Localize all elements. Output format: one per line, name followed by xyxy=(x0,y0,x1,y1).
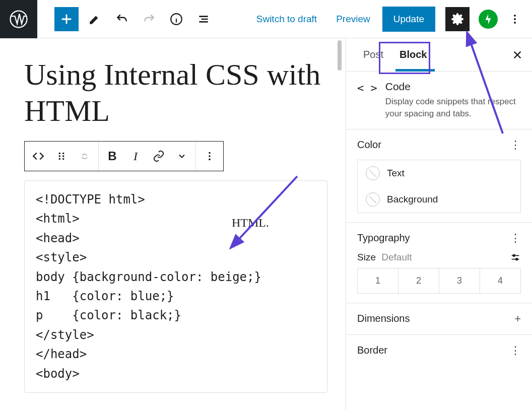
bold-button[interactable]: B xyxy=(104,148,121,165)
tab-block[interactable]: Block xyxy=(391,38,435,71)
svg-point-2 xyxy=(514,15,516,17)
size-presets: 1 2 3 4 xyxy=(357,268,521,294)
code-block-icon[interactable] xyxy=(30,148,47,165)
typography-title: Typography xyxy=(357,232,410,244)
italic-button[interactable]: I xyxy=(127,148,144,165)
text-swatch xyxy=(366,166,380,180)
svg-point-14 xyxy=(513,254,515,256)
svg-point-9 xyxy=(59,158,61,160)
redo-icon[interactable] xyxy=(138,8,160,30)
bg-swatch xyxy=(366,192,380,207)
move-up-down[interactable]: ︿﹀ xyxy=(76,148,93,165)
svg-point-4 xyxy=(514,22,516,24)
update-button[interactable]: Update xyxy=(382,7,435,32)
drag-handle-icon[interactable] xyxy=(53,148,70,165)
svg-point-10 xyxy=(62,158,64,160)
chevron-down-icon[interactable] xyxy=(173,148,190,165)
pencil-icon[interactable] xyxy=(84,8,106,30)
border-more-icon[interactable]: ⋮ xyxy=(510,344,521,357)
color-bg-row[interactable]: Background xyxy=(358,186,520,213)
block-info-section: < > Code Display code snippets that resp… xyxy=(346,72,532,129)
top-toolbar: Switch to draft Preview Update xyxy=(0,0,532,38)
size-2[interactable]: 2 xyxy=(398,268,439,293)
code-icon: < > xyxy=(357,82,377,94)
block-type-desc: Display code snippets that respect your … xyxy=(385,96,521,120)
link-button[interactable] xyxy=(150,148,167,165)
undo-icon[interactable] xyxy=(111,8,133,30)
color-more-icon[interactable]: ⋮ xyxy=(510,139,521,152)
color-panel-title: Color xyxy=(357,139,381,151)
svg-point-6 xyxy=(62,153,64,155)
svg-point-8 xyxy=(62,155,64,157)
border-panel[interactable]: Border ⋮ xyxy=(346,335,532,366)
svg-point-7 xyxy=(59,155,61,157)
more-options-icon[interactable] xyxy=(506,13,524,25)
svg-point-13 xyxy=(209,159,211,161)
block-toolbar: ︿﹀ B I xyxy=(24,141,224,171)
typography-panel: Typography ⋮ Size Default 1 2 3 4 xyxy=(346,223,532,303)
size-3[interactable]: 3 xyxy=(439,268,480,293)
trailing-text: HTML. xyxy=(232,216,269,230)
color-text-row[interactable]: Text xyxy=(358,160,520,186)
close-sidebar-icon[interactable] xyxy=(512,49,523,60)
editor-canvas: Using Internal CSS with HTML ︿﹀ B I xyxy=(0,38,346,410)
settings-sidebar: Post Block < > Code Display code snippet… xyxy=(346,38,532,410)
list-view-icon[interactable] xyxy=(192,8,215,30)
svg-point-15 xyxy=(516,258,518,260)
code-block-content[interactable]: <!DOCTYPE html> <html> <head> <style> bo… xyxy=(24,180,327,393)
post-title[interactable]: Using Internal CSS with HTML xyxy=(24,56,327,129)
block-type-name: Code xyxy=(385,81,521,93)
tab-post[interactable]: Post xyxy=(355,38,391,71)
dimensions-panel[interactable]: Dimensions + xyxy=(346,303,532,335)
svg-point-12 xyxy=(209,155,211,157)
info-icon[interactable] xyxy=(165,8,187,30)
jetpack-icon[interactable] xyxy=(479,10,498,29)
wordpress-logo[interactable] xyxy=(0,0,37,38)
preview-button[interactable]: Preview xyxy=(329,10,377,29)
add-dimensions-icon[interactable]: + xyxy=(514,312,521,325)
color-panel: Color ⋮ Text Background xyxy=(346,129,532,223)
switch-to-draft-button[interactable]: Switch to draft xyxy=(249,10,324,29)
scrollbar[interactable] xyxy=(338,40,342,71)
block-more-icon[interactable] xyxy=(201,148,218,165)
svg-point-5 xyxy=(59,153,61,155)
add-block-button[interactable] xyxy=(54,7,79,31)
settings-button[interactable] xyxy=(445,7,470,31)
sidebar-tabs: Post Block xyxy=(346,38,532,72)
custom-size-icon[interactable] xyxy=(510,252,521,263)
svg-point-11 xyxy=(209,152,211,154)
typography-more-icon[interactable]: ⋮ xyxy=(510,232,521,245)
size-1[interactable]: 1 xyxy=(358,268,398,293)
size-4[interactable]: 4 xyxy=(480,268,520,293)
svg-point-3 xyxy=(514,18,516,20)
